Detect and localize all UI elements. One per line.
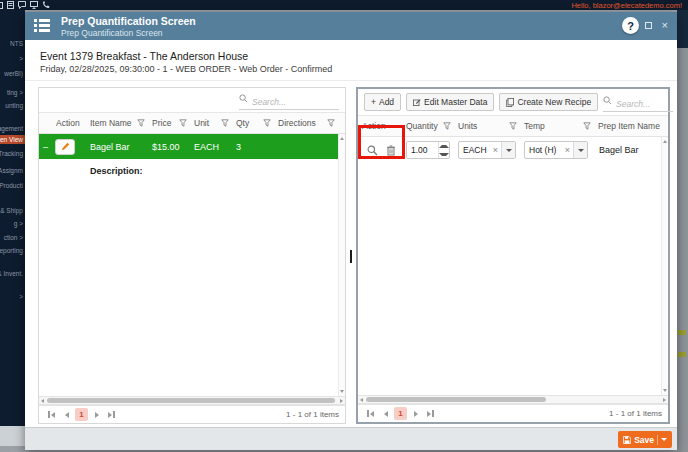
scroll-left-arrow[interactable] [360,398,363,402]
quantity-stepper[interactable] [406,141,450,159]
sidebar-item[interactable]: ction > [4,234,25,241]
sidebar-item[interactable]: agement [0,125,25,132]
horizontal-scrollbar[interactable] [39,396,345,405]
left-grid-pager: 1 1 - 1 of 1 items [39,405,345,423]
quantity-input[interactable] [407,142,438,158]
menu-icon[interactable] [34,19,50,34]
event-title: Event 1379 Breakfast - The Anderson Hous… [40,50,248,62]
phone-icon[interactable] [42,1,50,9]
scrollbar-thumb[interactable] [47,398,335,403]
right-search-box [603,93,673,112]
vertical-scrollbar[interactable] [661,137,668,395]
sidebar-item[interactable]: & Invent. [0,270,25,277]
sidebar-item[interactable]: Assignm [0,167,25,174]
scroll-down-arrow[interactable] [663,389,667,392]
edit-master-data-button[interactable]: Edit Master Data [406,93,494,111]
first-page-button[interactable] [364,407,377,420]
sidebar-item[interactable]: werBI) [4,70,25,77]
divider [25,80,677,81]
column-header-quantity: Quantity [402,116,454,136]
action-cell [52,139,86,155]
page-number[interactable]: 1 [394,407,407,420]
note-icon[interactable] [7,1,14,9]
user-greeting[interactable]: Hello, blazor@elecatedemo.com! [571,1,682,10]
panel-splitter-handle[interactable] [350,250,352,263]
table-row[interactable]: EACH × Hot (H) × Bagel Bar [358,137,668,163]
sidebar-item-selected[interactable]: en View [0,135,25,144]
left-search-box [239,91,339,110]
spin-up-button[interactable] [439,142,449,150]
chat-icon[interactable] [18,1,26,9]
scroll-right-arrow[interactable] [663,398,666,402]
dropdown-arrow[interactable] [573,142,587,158]
spin-down-button[interactable] [439,150,449,158]
first-page-button[interactable] [45,408,58,421]
close-icon[interactable]: × [662,18,668,32]
app-topbar: Hello, blazor@elecatedemo.com! [0,0,688,10]
filter-icon[interactable] [221,119,229,127]
filter-icon[interactable] [327,119,335,127]
column-header-temp: Temp [520,116,594,136]
next-page-button[interactable] [90,408,103,421]
right-grid-pager: 1 1 - 1 of 1 items [358,404,668,422]
item-name-cell: Bagel Bar [86,142,148,152]
modal-subtitle: Prep Quantification Screen [61,28,163,38]
collapse-toggle[interactable]: – [39,142,52,152]
sidebar-item[interactable]: g > [14,220,25,227]
sidebar-item[interactable]: & Shipp [0,207,25,214]
clear-icon[interactable]: × [490,145,501,155]
hierarchy-column-header [39,113,52,133]
scroll-right-arrow[interactable] [340,399,343,403]
vertical-scrollbar[interactable] [338,134,345,396]
sidebar-item[interactable]: eporting [0,247,25,254]
filter-icon[interactable] [179,119,187,127]
monitor-icon[interactable] [30,1,38,9]
filter-icon[interactable] [509,122,517,130]
help-button[interactable]: ? [622,17,639,34]
maximize-icon[interactable] [645,22,652,29]
filter-icon[interactable] [583,122,591,130]
scroll-up-arrow[interactable] [663,140,667,143]
view-detail-button[interactable] [364,142,380,158]
filter-icon[interactable] [263,119,271,127]
page-number[interactable]: 1 [75,408,88,421]
event-subtitle: Friday, 02/28/2025, 09:30:00 - 1 - WEB O… [40,64,332,74]
scroll-left-arrow[interactable] [41,399,44,403]
sidebar-item[interactable]: Tracking [0,150,25,157]
chevron-down-icon[interactable] [661,438,667,441]
last-page-button[interactable] [105,408,118,421]
right-search-input[interactable] [603,97,673,112]
scroll-down-arrow[interactable] [340,390,344,393]
column-header-item-name: Item Name [86,113,148,133]
prev-page-button[interactable] [379,407,392,420]
button-divider [657,435,658,445]
prev-page-button[interactable] [60,408,73,421]
edit-button[interactable] [55,139,75,155]
temp-dropdown[interactable]: Hot (H) × [524,141,588,159]
plus-icon: + [371,97,376,107]
units-dropdown[interactable]: EACH × [458,141,516,159]
filter-icon[interactable] [443,122,451,130]
pencil-icon [61,142,70,151]
background-mark [678,330,686,335]
table-row-selected[interactable]: – Bagel Bar $15.00 EACH 3 [39,134,345,159]
scrollbar-thumb[interactable] [366,397,546,402]
save-button[interactable]: Save [618,431,672,448]
scroll-up-arrow[interactable] [340,137,344,140]
next-page-button[interactable] [409,407,422,420]
last-page-button[interactable] [424,407,437,420]
clear-icon[interactable]: × [562,145,573,155]
create-new-recipe-button[interactable]: Create New Recipe [499,93,598,111]
filter-icon[interactable] [137,119,145,127]
horizontal-scrollbar[interactable] [358,395,668,404]
add-button[interactable]: + Add [364,93,401,111]
dropdown-arrow[interactable] [501,142,515,158]
left-search-input[interactable] [239,95,339,110]
sidebar-item[interactable]: ting > [7,89,25,96]
sidebar-item[interactable]: NTS [10,40,25,47]
sidebar-footer-strip [0,446,25,452]
sidebar-item[interactable]: unting [5,102,25,109]
left-grid-header: Action Item Name Price Unit Qty Directio… [39,112,345,134]
sidebar-item[interactable]: Producti [0,182,25,189]
delete-button[interactable] [383,142,399,158]
